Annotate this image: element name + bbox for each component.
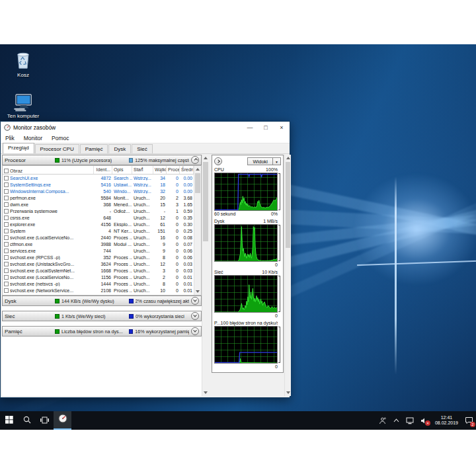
- row-checkbox[interactable]: [4, 235, 9, 240]
- table-row[interactable]: Przerwania systemowe-Odłoż...Uruch...-10…: [3, 208, 201, 214]
- menu-plik[interactable]: Plik: [5, 135, 15, 141]
- section-bar-memory[interactable]: Pamięć Liczba błędów stron na dys... 16%…: [2, 326, 202, 337]
- table-row[interactable]: csrss.exe648Uruch...1200.35: [3, 214, 201, 221]
- desktop-icon-this-pc[interactable]: Ten komputer: [4, 92, 42, 119]
- search-button[interactable]: [18, 411, 36, 430]
- row-checkbox[interactable]: [4, 249, 9, 253]
- header-checkbox[interactable]: [4, 169, 9, 173]
- scroll-down-icon[interactable]: [285, 389, 291, 396]
- table-row[interactable]: System4NT Ker...Uruch...15100.25: [3, 227, 201, 234]
- column-header-ident[interactable]: Ident...: [94, 166, 112, 174]
- views-dropdown[interactable]: Widoki ▼: [247, 157, 281, 165]
- menu-monitor[interactable]: Monitor: [24, 135, 42, 141]
- row-checkbox[interactable]: [4, 189, 9, 194]
- row-checkbox[interactable]: [4, 262, 9, 266]
- row-checkbox[interactable]: [4, 202, 9, 207]
- volume-muted-icon[interactable]: ×: [420, 415, 429, 426]
- scrollbar-thumb[interactable]: [286, 162, 290, 248]
- scroll-down-icon[interactable]: [194, 288, 201, 295]
- row-checkbox[interactable]: [4, 222, 9, 227]
- cell-name: svchost.exe (netsvcs -p): [3, 282, 94, 286]
- table-row[interactable]: svchost.exe (UnistackSvcGro...3624Proces…: [3, 260, 201, 267]
- table-row[interactable]: perfmon.exe5584Monit...Uruch...2023.68: [3, 194, 201, 201]
- tab-procesor-cpu[interactable]: Procesor CPU: [35, 144, 79, 153]
- column-header-stan[interactable]: ▴Stan: [132, 166, 153, 174]
- left-pane-scrollbar[interactable]: [202, 155, 209, 396]
- taskbar: × 12:41 08.02.2019 2: [0, 411, 476, 430]
- table-row[interactable]: WindowsInternal.Composa...540Windo...Wst…: [3, 188, 201, 194]
- start-button[interactable]: [0, 411, 18, 430]
- table-row[interactable]: svchost.exe (NetworkService...2108Proces…: [3, 287, 201, 294]
- scroll-down-icon[interactable]: [202, 389, 209, 396]
- table-row[interactable]: svchost.exe (LocalSystemNet...1668Proces…: [3, 267, 201, 274]
- expand-chevron-down-icon[interactable]: [191, 327, 199, 335]
- dropdown-arrow-icon[interactable]: ▼: [273, 157, 281, 165]
- row-checkbox[interactable]: [4, 216, 9, 220]
- table-row[interactable]: SearchUI.exe4872Search ...Wstrzy...3400.…: [3, 175, 201, 181]
- row-checkbox[interactable]: [4, 242, 9, 247]
- row-checkbox[interactable]: [4, 229, 9, 233]
- cell-id: 5416: [94, 182, 112, 187]
- table-row[interactable]: dwm.exe368Mened...Uruch...1531.65: [3, 201, 201, 208]
- table-row[interactable]: SystemSettings.exe5416Ustawi...Wstrzy...…: [3, 181, 201, 188]
- row-checkbox[interactable]: [4, 209, 9, 214]
- cell-name: services.exe: [3, 249, 94, 253]
- views-button-label[interactable]: Widoki: [247, 157, 273, 165]
- close-button[interactable]: ×: [274, 122, 290, 133]
- taskbar-clock[interactable]: 12:41 08.02.2019: [434, 415, 459, 426]
- desktop-icon-recycle-bin[interactable]: Kosz: [4, 50, 42, 78]
- section-bar-cpu[interactable]: Procesor 11% (Użycie procesora) 125% mak…: [2, 155, 202, 165]
- scroll-up-icon[interactable]: [194, 166, 201, 173]
- menu-pomoc[interactable]: Pomoc: [52, 135, 69, 141]
- row-checkbox[interactable]: [4, 288, 9, 293]
- expand-chevron-down-icon[interactable]: [191, 312, 199, 320]
- table-row[interactable]: svchost.exe (netsvcs -p)1444Proces ...Ur…: [3, 280, 201, 287]
- column-header-obraz[interactable]: Obraz: [3, 166, 94, 174]
- scroll-up-icon[interactable]: [285, 155, 291, 161]
- scroll-up-icon[interactable]: [202, 155, 209, 161]
- action-center-button[interactable]: 2: [464, 415, 473, 426]
- scrollbar-thumb[interactable]: [203, 162, 208, 241]
- column-header-watki[interactable]: Wątki: [153, 166, 167, 174]
- table-scrollbar[interactable]: [194, 166, 201, 295]
- minimize-button[interactable]: —: [242, 122, 258, 133]
- row-checkbox[interactable]: [4, 282, 9, 286]
- taskbar-resource-monitor-button[interactable]: [54, 411, 71, 430]
- network-icon[interactable]: [406, 415, 415, 426]
- row-checkbox[interactable]: [4, 255, 9, 260]
- table-row[interactable]: svchost.exe (RPCSS -p)352Proces ...Uruch…: [3, 254, 201, 260]
- section-bar-disk[interactable]: Dysk 144 KB/s (We/Wy dysku) 2% czasu naj…: [2, 296, 202, 306]
- table-row[interactable]: svchost.exe (LocalServiceNo...2440Proces…: [3, 234, 201, 241]
- cell-th: 12: [153, 216, 167, 220]
- tab-pamięć[interactable]: Pamięć: [80, 144, 108, 153]
- row-checkbox[interactable]: [4, 268, 9, 273]
- expand-chevron-down-icon[interactable]: [191, 297, 199, 305]
- table-row[interactable]: services.exe744Uruch...900.06: [3, 247, 201, 254]
- title-bar[interactable]: Monitor zasobów — □ ×: [1, 122, 290, 133]
- tray-chevron-up-icon[interactable]: [392, 415, 401, 426]
- table-row[interactable]: ctfmon.exe3988Moduł ...Uruch...900.07: [3, 241, 201, 247]
- row-checkbox[interactable]: [4, 275, 9, 280]
- column-header-proces[interactable]: Proces...: [167, 166, 180, 174]
- row-checkbox[interactable]: [4, 196, 9, 200]
- people-icon[interactable]: [378, 415, 387, 426]
- task-view-button[interactable]: [36, 411, 54, 430]
- row-checkbox[interactable]: [4, 176, 9, 180]
- column-header-opis[interactable]: Opis: [112, 166, 132, 174]
- table-row[interactable]: explorer.exe4156Eksplo...Uruch...6100.30: [3, 221, 201, 227]
- row-checkbox[interactable]: [4, 182, 9, 187]
- tab-dysk[interactable]: Dysk: [108, 144, 131, 153]
- column-header-sredni[interactable]: Średni...: [180, 166, 194, 174]
- tab-sieć[interactable]: Sieć: [132, 144, 153, 153]
- collapse-panel-chevron-right-icon[interactable]: [214, 157, 222, 165]
- tab-przegląd[interactable]: Przegląd: [3, 143, 34, 153]
- cell-avg: 0.01: [180, 288, 194, 293]
- desktop[interactable]: Kosz Ten komputer: [0, 44, 476, 430]
- collapse-chevron-up-icon[interactable]: [191, 156, 199, 164]
- scrollbar-thumb[interactable]: [195, 173, 200, 193]
- section-bar-network[interactable]: Sieć 1 Kb/s (We/Wy sieci) 0% wykorzystan…: [2, 311, 202, 321]
- windows-logo-icon: [5, 415, 13, 426]
- maximize-button[interactable]: □: [258, 122, 274, 133]
- table-row[interactable]: svchost.exe (LocalServiceNo...1156Proces…: [3, 274, 201, 280]
- window-scrollbar[interactable]: [284, 155, 291, 396]
